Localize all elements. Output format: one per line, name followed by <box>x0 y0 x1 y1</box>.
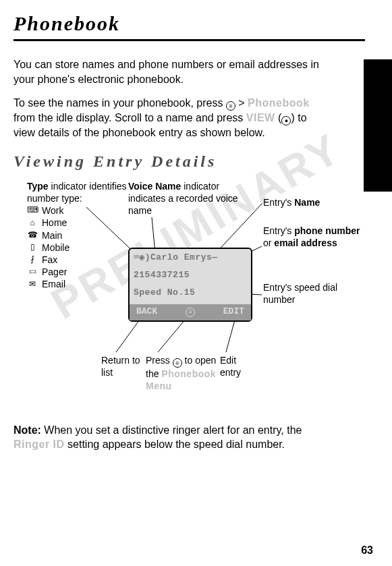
note-d: setting appears below the speed dial num… <box>65 438 285 450</box>
menu-callout-icon: ≡ <box>173 358 182 368</box>
intro2-view: VIEW <box>246 112 275 123</box>
main-icon: ☎ <box>27 230 38 241</box>
voice-callout: Voice Name indicator indicates a recorde… <box>128 180 240 217</box>
title-rule <box>13 39 365 41</box>
section-title: Viewing Entry Details <box>13 152 365 171</box>
note-ringer: Ringer ID <box>13 438 65 450</box>
menu-button-icon: ≡ <box>226 101 235 111</box>
phone-softkeys: BACK ≡ EDIT <box>130 304 251 320</box>
intro-paragraph-1: You can store names and phone numbers or… <box>13 57 324 86</box>
intro2-paren-open: ( <box>275 112 282 123</box>
phone-screen: ⌨◉)Carlo Emrys— 2154337215 Speed No.15 B… <box>128 248 252 322</box>
diagram: Type indicator identifies number type: ⌨… <box>13 180 365 423</box>
note-paragraph: Note: When you set a distinctive ringer … <box>13 423 337 452</box>
home-icon: ⌂ <box>27 218 38 229</box>
type-callout-bold: Type <box>27 181 49 192</box>
intro2-gt: > <box>235 97 248 109</box>
intro2-mid: from the idle display. Scroll to a name … <box>13 112 246 123</box>
note-label: Note: <box>13 424 41 436</box>
type-callout: Type indicator identifies number type: ⌨… <box>27 180 128 291</box>
phone-entry-name: Carlo Emrys <box>150 252 212 262</box>
email-label: Email <box>42 278 65 290</box>
number-callout-a: Entry's <box>263 225 294 236</box>
work-icon: ⌨ <box>27 205 38 216</box>
speed-callout: Entry's speed dial number <box>263 281 364 306</box>
main-label: Main <box>42 229 62 242</box>
note-b: When you set a distinctive ringer alert … <box>41 424 302 436</box>
name-callout-b: Name <box>294 197 320 208</box>
intro-paragraph-2: To see the names in your phonebook, pres… <box>13 96 324 140</box>
pager-icon: ▭ <box>27 266 38 277</box>
intro2-phonebook: Phonebook <box>248 97 310 109</box>
softkey-edit: EDIT <box>223 306 244 318</box>
work-label: Work <box>42 204 63 217</box>
page-number: 63 <box>361 544 373 557</box>
number-callout-d: email address <box>274 237 337 248</box>
pager-label: Pager <box>42 266 67 278</box>
softkey-menu-icon: ≡ <box>186 308 195 317</box>
phone-row-3: Speed No.15 <box>130 284 251 302</box>
number-callout-b: phone number <box>294 225 360 236</box>
softkey-back: BACK <box>136 306 157 318</box>
back-callout: Return to list <box>101 354 142 378</box>
voice-callout-bold: Voice Name <box>128 181 181 192</box>
page-title: Phonebook <box>13 12 365 35</box>
select-button-icon: ● <box>281 116 291 125</box>
name-callout-a: Entry's <box>263 197 294 208</box>
menu-callout-a: Press <box>146 355 173 366</box>
type-list: ⌨Work ⌂Home ☎Main ▯Mobile ⨏Fax ▭Pager ✉E… <box>27 204 128 290</box>
email-icon: ✉ <box>27 279 38 290</box>
mobile-label: Mobile <box>42 242 69 254</box>
home-label: Home <box>42 217 67 229</box>
mobile-icon: ▯ <box>27 242 38 253</box>
name-callout: Entry's Name <box>263 196 320 208</box>
edit-callout: Edit entry <box>220 354 254 378</box>
number-callout-c: or <box>263 237 274 248</box>
phone-voice-icon: ◉) <box>139 252 150 262</box>
phone-row-2: 2154337215 <box>130 266 251 284</box>
fax-icon: ⨏ <box>27 254 38 265</box>
fax-label: Fax <box>42 254 57 266</box>
intro2-paren-close: ) <box>291 112 298 123</box>
menu-callout: Press ≡ to open the Phonebook Menu <box>146 354 220 392</box>
intro2-pre: To see the names in your phonebook, pres… <box>13 97 226 109</box>
phone-row-1: ⌨◉)Carlo Emrys— <box>130 249 251 266</box>
number-callout: Entry's phone number or email address <box>263 225 364 249</box>
